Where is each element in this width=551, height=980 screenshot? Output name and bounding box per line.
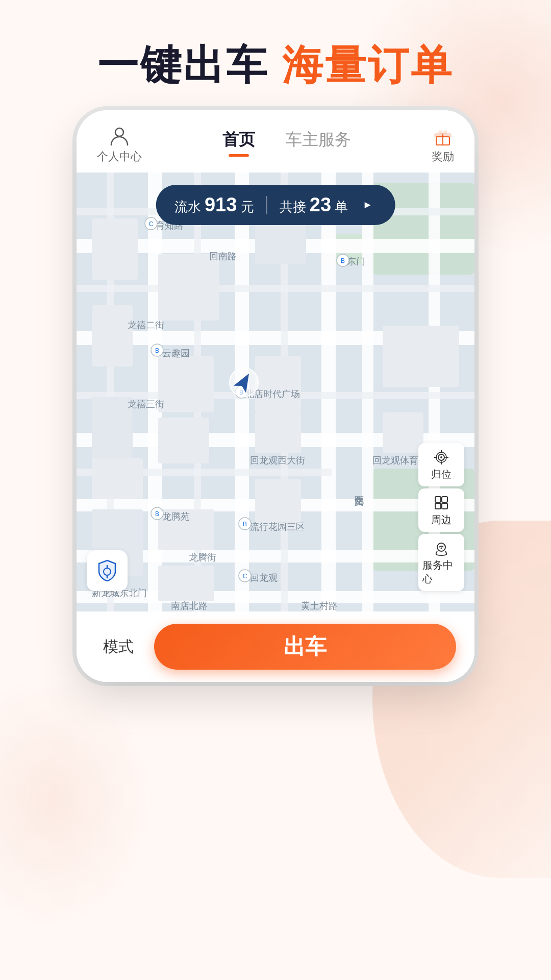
- personal-center-label: 个人中心: [97, 149, 142, 164]
- svg-text:龙禧三街: 龙禧三街: [128, 399, 164, 409]
- flow-label: 流水 913 元: [174, 194, 254, 216]
- mode-button[interactable]: 模式: [95, 631, 142, 663]
- reward-label: 奖励: [432, 149, 454, 164]
- svg-text:东门: 东门: [347, 256, 365, 266]
- header-title-part1: 一键出车: [97, 42, 269, 88]
- svg-text:B: B: [155, 510, 159, 518]
- svg-text:C: C: [243, 573, 247, 580]
- svg-rect-31: [255, 356, 301, 412]
- locate-icon: [432, 448, 450, 467]
- nav-personal-center[interactable]: 个人中心: [97, 125, 142, 164]
- svg-rect-26: [92, 218, 138, 280]
- svg-text:回龙观西大街: 回龙观西大街: [250, 455, 305, 465]
- map-controls: 归位 周边: [418, 443, 464, 591]
- svg-point-88: [437, 543, 445, 551]
- locate-label: 归位: [431, 468, 452, 481]
- header-title-part2: 海量订单: [282, 42, 454, 88]
- nearby-label: 周边: [431, 513, 452, 527]
- stats-arrow-button[interactable]: [358, 196, 377, 214]
- orders-label: 共接 23 单: [280, 194, 348, 216]
- nav-tabs: 首页 车主服务: [222, 129, 351, 161]
- svg-marker-74: [364, 202, 370, 208]
- svg-text:流行花园三区: 流行花园三区: [250, 522, 305, 532]
- nav-arrow: [229, 367, 259, 400]
- page-header: 一键出车 海量订单: [0, 0, 551, 110]
- svg-rect-27: [158, 254, 219, 321]
- phone-wrapper: 个人中心 首页 车主服务 奖励: [0, 110, 551, 682]
- locate-button[interactable]: 归位: [418, 443, 464, 486]
- tab-home[interactable]: 首页: [222, 129, 255, 161]
- svg-rect-84: [435, 497, 441, 502]
- map-svg: 育知路 回南路 东门 龙禧二街 云趣园 龙禧三街 北店时代广场 回龙观西大街 回…: [77, 173, 474, 611]
- svg-rect-34: [158, 418, 209, 463]
- svg-text:黄土村路: 黄土村路: [301, 601, 338, 611]
- service-center-button[interactable]: 服务中心: [418, 534, 464, 591]
- phone-frame: 个人中心 首页 车主服务 奖励: [77, 110, 474, 682]
- svg-rect-86: [435, 503, 441, 509]
- nearby-button[interactable]: 周边: [418, 488, 464, 532]
- start-driving-button[interactable]: 出车: [154, 624, 456, 670]
- svg-text:南店北路: 南店北路: [171, 601, 208, 611]
- svg-rect-30: [158, 356, 214, 412]
- svg-text:B: B: [243, 521, 247, 528]
- nav-reward[interactable]: 奖励: [432, 125, 454, 164]
- svg-rect-32: [92, 397, 133, 463]
- svg-text:龙腾街: 龙腾街: [189, 552, 216, 562]
- svg-text:B: B: [155, 347, 159, 354]
- svg-text:B: B: [341, 257, 345, 264]
- svg-rect-36: [383, 326, 459, 387]
- app-nav: 个人中心 首页 车主服务 奖励: [77, 110, 474, 173]
- shield-button[interactable]: [87, 550, 128, 591]
- bottom-bar: 模式 出车: [77, 611, 474, 682]
- nearby-icon: [432, 494, 450, 512]
- svg-text:云趣园: 云趣园: [162, 348, 190, 358]
- svg-rect-37: [383, 412, 423, 453]
- svg-text:龙禧二街: 龙禧二街: [128, 320, 164, 330]
- svg-text:回南路: 回南路: [209, 251, 237, 261]
- svg-point-0: [115, 128, 123, 136]
- svg-rect-41: [158, 566, 214, 601]
- svg-text:回龙观: 回龙观: [250, 573, 278, 583]
- orders-value: 23: [310, 194, 331, 215]
- service-icon: [432, 539, 450, 557]
- map-container[interactable]: 育知路 回南路 东门 龙禧二街 云趣园 龙禧三街 北店时代广场 回龙观西大街 回…: [77, 173, 474, 611]
- svg-text:龙腾苑: 龙腾苑: [162, 511, 190, 522]
- svg-rect-33: [92, 458, 143, 499]
- stats-divider: [266, 196, 267, 214]
- svg-point-89: [441, 548, 442, 549]
- svg-rect-20: [77, 285, 474, 292]
- svg-rect-35: [255, 412, 301, 453]
- service-center-label: 服务中心: [422, 558, 460, 586]
- stats-bar: 流水 913 元 共接 23 单: [156, 185, 395, 225]
- person-icon: [108, 125, 131, 147]
- flow-value: 913: [205, 194, 237, 215]
- svg-rect-85: [442, 497, 447, 502]
- tab-owner-service[interactable]: 车主服务: [286, 129, 351, 161]
- svg-rect-29: [92, 305, 133, 366]
- gift-icon: [432, 125, 454, 147]
- svg-point-78: [440, 456, 442, 458]
- svg-text:C: C: [149, 220, 154, 228]
- svg-rect-87: [442, 503, 447, 509]
